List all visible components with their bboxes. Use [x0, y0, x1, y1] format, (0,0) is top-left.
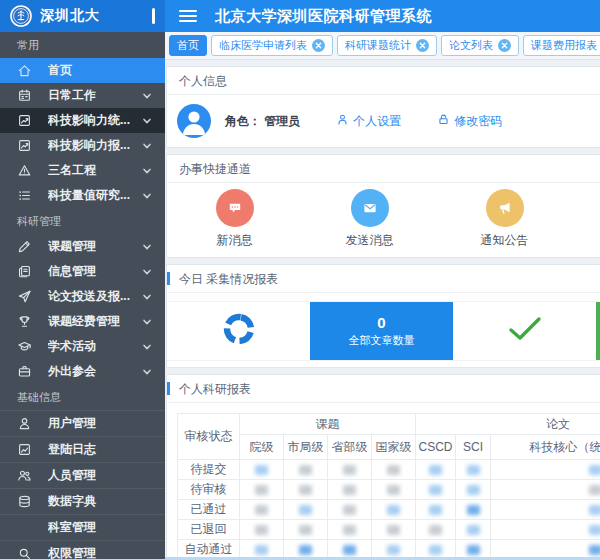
- chart-icon: [17, 113, 33, 129]
- close-icon[interactable]: [498, 39, 511, 52]
- sidebar-item-人员管理[interactable]: 人员管理: [0, 462, 165, 488]
- tab-课题费用报表[interactable]: 课题费用报表: [523, 35, 600, 56]
- sidebar-item-科技影响力统[interactable]: 科技影响力统...: [0, 108, 165, 133]
- sidebar-item-数据字典[interactable]: 数据字典: [0, 488, 165, 514]
- sidebar-item-label: 用户管理: [48, 415, 165, 432]
- close-icon[interactable]: [312, 39, 325, 52]
- row-label: 已退回: [178, 520, 240, 540]
- blurred-value: [467, 465, 480, 475]
- sidebar-item-课题管理[interactable]: 课题管理: [0, 234, 165, 259]
- blurred-value-cell: [491, 460, 600, 480]
- quick-item-通知公告[interactable]: 通知公告: [437, 189, 572, 249]
- menu-toggle-icon[interactable]: [179, 9, 197, 23]
- row-label: 已通过: [178, 500, 240, 520]
- blurred-value: [429, 505, 442, 515]
- tab-论文列表[interactable]: 论文列表: [441, 35, 519, 56]
- quick-item-label: 新消息: [217, 232, 253, 249]
- sidebar-item-label: 科室管理: [48, 519, 165, 536]
- stat-row: 0全部文章数量: [167, 301, 600, 361]
- sidebar-item-首页[interactable]: 首页: [0, 58, 165, 83]
- column-header: SCI: [456, 435, 491, 460]
- link-个人设置[interactable]: 个人设置: [336, 113, 401, 130]
- blurred-value: [467, 485, 480, 495]
- chevron-down-icon: [142, 116, 152, 126]
- blurred-value-cell: [456, 480, 491, 500]
- sidebar-item-label: 论文投送及报...: [48, 288, 142, 305]
- sidebar-item-label: 权限管理: [48, 545, 165, 559]
- close-icon[interactable]: [416, 39, 429, 52]
- sidebar-item-三名工程[interactable]: 三名工程: [0, 158, 165, 183]
- blurred-value-cell: [284, 460, 328, 480]
- tab-label: 首页: [177, 38, 199, 53]
- sidebar-item-用户管理[interactable]: 用户管理: [0, 410, 165, 436]
- blurred-value: [343, 505, 356, 515]
- blurred-value-cell: [372, 520, 416, 540]
- quick-item-新消息[interactable]: 新消息: [167, 189, 302, 249]
- sidebar-item-日常工作[interactable]: 日常工作: [0, 83, 165, 108]
- chevron-down-icon: [142, 91, 152, 101]
- blurred-value-cell: [372, 480, 416, 500]
- stat-label: 全部文章数量: [349, 333, 415, 348]
- blurred-value-cell: [284, 500, 328, 520]
- sidebar-item-外出参会[interactable]: 外出参会: [0, 359, 165, 384]
- sidebar-item-label: 学术活动: [48, 338, 142, 355]
- blurred-value: [255, 545, 268, 555]
- blurred-value: [387, 465, 400, 475]
- blurred-value: [429, 465, 442, 475]
- sidebar-item-科技量值研究[interactable]: 科技量值研究...: [0, 183, 165, 208]
- blurred-value-cell: [328, 520, 372, 540]
- blurred-value: [343, 525, 356, 535]
- tab-临床医学申请列表[interactable]: 临床医学申请列表: [211, 35, 333, 56]
- column-header: 院级: [240, 435, 284, 460]
- blurred-value: [255, 485, 268, 495]
- blurred-value: [255, 465, 268, 475]
- avatar: [177, 104, 211, 138]
- chevron-down-icon: [142, 317, 152, 327]
- group-header-课题: 课题: [240, 414, 416, 435]
- blurred-value: [429, 525, 442, 535]
- tab-label: 课题费用报表: [531, 38, 597, 53]
- pen-icon: [17, 239, 33, 255]
- column-header: 国家级: [372, 435, 416, 460]
- blurred-value-cell: [416, 500, 456, 520]
- blurred-value: [343, 545, 356, 555]
- blurred-value: [589, 525, 600, 535]
- profile-body: 角色： 管理员 个人设置修改密码: [167, 95, 600, 147]
- blurred-value: [299, 525, 312, 535]
- quick-item-发送消息[interactable]: 发送消息: [302, 189, 437, 249]
- report-card-title: 个人科研报表: [167, 375, 600, 403]
- group-header-论文: 论文: [416, 414, 600, 435]
- blurred-value-cell: [491, 500, 600, 520]
- sidebar-item-label: 科技影响力统...: [48, 112, 142, 129]
- blurred-value-cell: [372, 500, 416, 520]
- quick-item-label: 发送消息: [346, 232, 394, 249]
- sidebar-item-信息管理[interactable]: 信息管理: [0, 259, 165, 284]
- quick-body: 新消息发送消息通知公告: [167, 183, 600, 257]
- sidebar-item-label: 日常工作: [48, 87, 142, 104]
- research-report-table: 审核状态课题论文院级市局级省部级国家级CSCDSCI科技核心（统计源）期刊待提交…: [177, 413, 600, 559]
- blurred-value: [429, 485, 442, 495]
- link-修改密码[interactable]: 修改密码: [437, 113, 502, 130]
- blurred-value-cell: [240, 520, 284, 540]
- sidebar-item-科室管理[interactable]: 科室管理: [0, 514, 165, 540]
- list-icon: [17, 188, 33, 204]
- sidebar-item-论文投送及报[interactable]: 论文投送及报...: [0, 284, 165, 309]
- sidebar-item-权限管理[interactable]: 权限管理: [0, 540, 165, 559]
- blurred-value-cell: [240, 480, 284, 500]
- sidebar-item-登陆日志[interactable]: 登陆日志: [0, 436, 165, 462]
- stat-cell-1: 0全部文章数量: [310, 302, 453, 360]
- send-icon: [17, 289, 33, 305]
- stat-cell-3: [596, 302, 600, 360]
- sidebar-item-科技影响力报[interactable]: 科技影响力报...: [0, 133, 165, 158]
- blurred-value: [429, 545, 442, 555]
- none-icon: [17, 520, 33, 536]
- sidebar-item-学术活动[interactable]: 学术活动: [0, 334, 165, 359]
- today-body: 0全部文章数量: [167, 293, 600, 367]
- tab-科研课题统计[interactable]: 科研课题统计: [337, 35, 437, 56]
- blurred-value: [467, 545, 480, 555]
- chevron-down-icon: [142, 166, 152, 176]
- sidebar-item-label: 信息管理: [48, 263, 142, 280]
- tab-首页[interactable]: 首页: [169, 35, 207, 56]
- chevron-down-icon: [142, 141, 152, 151]
- sidebar-item-课题经费管理[interactable]: 课题经费管理: [0, 309, 165, 334]
